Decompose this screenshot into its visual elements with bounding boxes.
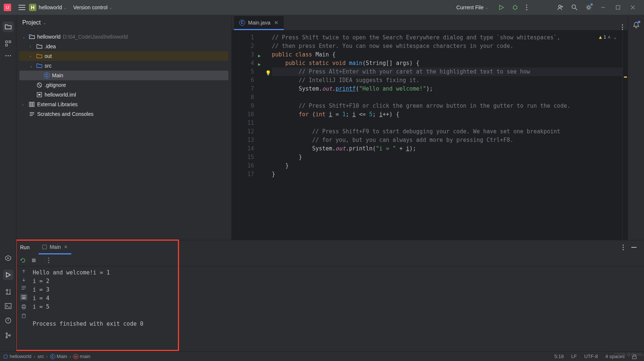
indent-setting[interactable]: 4 spaces CSDN @WantLuo: [605, 354, 625, 359]
run-config-selector[interactable]: Current File ⌄: [456, 4, 488, 10]
chevron-down-icon: ⌄: [43, 21, 46, 25]
tree-folder-out[interactable]: › out: [19, 51, 228, 61]
run-panel-more-button[interactable]: [622, 244, 624, 250]
hide-run-panel-button[interactable]: [631, 247, 637, 248]
maximize-button[interactable]: [616, 5, 620, 10]
build-tool-button[interactable]: [5, 288, 12, 295]
svg-point-0: [513, 6, 517, 9]
collapse-icon[interactable]: ›: [30, 54, 36, 58]
expand-icon[interactable]: ⌄: [30, 64, 36, 68]
editor-tab-main[interactable]: C Main.java ✕: [234, 16, 284, 30]
line-number: 15: [232, 153, 254, 162]
problems-tool-button[interactable]: [5, 317, 12, 324]
svg-point-4: [559, 5, 561, 7]
tree-file-iml[interactable]: helloworld.iml: [19, 90, 228, 100]
console-output[interactable]: Hello and welcome!i = 1 i = 2 i = 3 i = …: [31, 266, 644, 351]
tree-root[interactable]: ⌄ helloworld D:\04_Code\Java\helloworld: [19, 32, 228, 42]
code-editor[interactable]: ▲ 1 ʌ ⌄ 1 2 3▶ 4▶ 5💡 6 7 8 9: [232, 30, 628, 240]
scroll-to-end-button[interactable]: [20, 294, 27, 300]
crumb-module[interactable]: helloworld: [10, 354, 32, 359]
structure-tool-button[interactable]: [5, 40, 12, 47]
svg-point-26: [622, 25, 623, 26]
debug-button[interactable]: [512, 4, 518, 11]
project-selector[interactable]: H helloworld ⌄: [29, 4, 66, 11]
tree-file-gitignore[interactable]: .gitignore: [19, 80, 228, 90]
folder-icon: [36, 53, 43, 59]
prev-highlight-button[interactable]: ʌ: [608, 33, 611, 41]
editor-area: C Main.java ✕ ▲ 1 ʌ ⌄: [232, 15, 628, 240]
crumb-method[interactable]: main: [80, 354, 90, 359]
run-gutter-icon[interactable]: ▶: [258, 60, 261, 69]
svg-point-34: [48, 260, 49, 261]
run-tab-main[interactable]: Main ✕: [39, 240, 71, 254]
collapse-icon[interactable]: ›: [30, 45, 36, 49]
intention-bulb-icon[interactable]: 💡: [265, 69, 271, 77]
line-gutter[interactable]: 1 2 3▶ 4▶ 5💡 6 7 8 9 10 11 12 13 14: [232, 30, 258, 240]
line-number: 9: [232, 102, 254, 110]
close-button[interactable]: [631, 5, 635, 10]
scratches-icon: [28, 111, 36, 117]
tree-scratches[interactable]: Scratches and Consoles: [19, 109, 228, 119]
editor-error-stripe[interactable]: [622, 30, 628, 240]
code-content[interactable]: // Press Shift twice to open the Search …: [269, 30, 622, 240]
terminal-tool-button[interactable]: [5, 303, 12, 309]
search-everywhere-button[interactable]: [571, 4, 578, 11]
expand-icon[interactable]: ⌄: [22, 35, 28, 39]
run-tab-label: Main: [50, 244, 61, 250]
run-gutter-icon[interactable]: ▶: [258, 52, 261, 60]
crumb-folder[interactable]: src: [38, 354, 44, 359]
more-tool-button[interactable]: [5, 55, 12, 56]
line-number: 4▶: [232, 59, 254, 68]
tree-external-libs[interactable]: › External Libraries: [19, 100, 228, 109]
clear-button[interactable]: [21, 313, 26, 318]
run-toolbar-more-button[interactable]: [48, 257, 49, 263]
more-actions-button[interactable]: [526, 4, 527, 10]
console-line: Process finished with exit code 0: [33, 320, 643, 328]
project-panel-header[interactable]: Project ⌄: [16, 15, 231, 30]
chevron-down-icon: ⌄: [485, 6, 488, 10]
next-highlight-button[interactable]: ⌄: [614, 33, 617, 41]
class-icon: C: [43, 72, 51, 78]
stop-button[interactable]: [31, 258, 36, 263]
services-tool-button[interactable]: [5, 255, 12, 261]
tree-folder-src[interactable]: ⌄ src: [19, 61, 228, 71]
warning-marker[interactable]: [624, 77, 627, 78]
rerun-button[interactable]: [20, 257, 26, 263]
minimize-button[interactable]: [601, 5, 605, 10]
line-number: 2: [232, 42, 254, 51]
breadcrumb[interactable]: helloworld › src › C Main › m main: [4, 354, 90, 359]
down-stack-button[interactable]: [22, 277, 26, 282]
editor-tabbar: C Main.java ✕: [232, 15, 628, 30]
console-line: i = 4: [33, 294, 643, 303]
soft-wrap-button[interactable]: [21, 286, 26, 290]
close-tab-button[interactable]: ✕: [274, 20, 279, 26]
project-tool-button[interactable]: [3, 22, 14, 32]
notifications-button[interactable]: [633, 22, 640, 28]
vcs-tool-button[interactable]: [5, 332, 12, 339]
line-separator[interactable]: LF: [571, 354, 577, 359]
tab-label: Main.java: [248, 20, 270, 26]
vcs-selector[interactable]: Version control ⌄: [73, 4, 112, 10]
caret-position[interactable]: 5:18: [554, 354, 564, 359]
editor-inspections[interactable]: ▲ 1 ʌ ⌄: [599, 33, 618, 41]
code-with-me-button[interactable]: [557, 4, 564, 11]
tree-file-main[interactable]: C Main: [19, 71, 228, 80]
editor-more-button[interactable]: [622, 24, 623, 30]
left-tool-strip: [0, 15, 16, 351]
main-menu-button[interactable]: [19, 5, 25, 10]
tree-label: helloworld: [37, 34, 61, 40]
chevron-right-icon: ›: [69, 354, 71, 359]
run-tool-button[interactable]: [3, 270, 13, 280]
close-run-tab-button[interactable]: ✕: [64, 244, 68, 250]
print-button[interactable]: [21, 304, 26, 309]
file-encoding[interactable]: UTF-8: [584, 354, 598, 359]
up-stack-button[interactable]: [22, 269, 26, 274]
project-tree[interactable]: ⌄ helloworld D:\04_Code\Java\helloworld …: [16, 30, 231, 240]
settings-button[interactable]: [585, 4, 592, 11]
collapse-icon[interactable]: ›: [22, 103, 28, 107]
svg-rect-32: [32, 258, 36, 262]
run-button[interactable]: [498, 4, 504, 10]
crumb-class[interactable]: Main: [57, 354, 67, 359]
svg-point-1: [526, 5, 527, 6]
tree-folder-idea[interactable]: › .idea: [19, 42, 228, 51]
